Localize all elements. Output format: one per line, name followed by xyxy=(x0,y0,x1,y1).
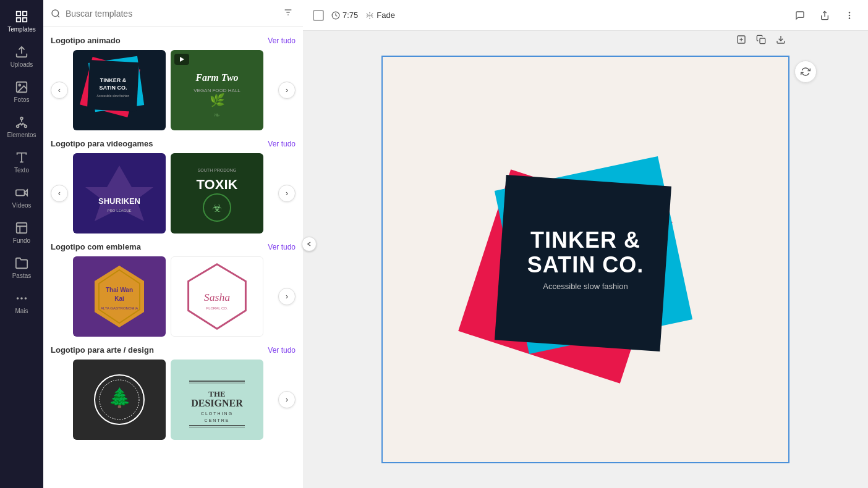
sidebar-item-pastas[interactable]: Pastas xyxy=(3,251,40,284)
sidebar-elementos-label: Elementos xyxy=(7,132,36,138)
next-arrow-animado[interactable]: › xyxy=(278,82,296,99)
template-card-shuriken[interactable]: SHURIKEN PRO LEAGUE xyxy=(73,153,166,233)
svg-rect-2 xyxy=(17,18,20,22)
time-display: 7:75 xyxy=(331,11,358,20)
svg-text:TINKER &: TINKER & xyxy=(100,77,127,83)
pastas-icon xyxy=(15,256,28,270)
filter-icon xyxy=(283,7,293,17)
sidebar-item-fundo[interactable]: Fundo xyxy=(3,216,40,249)
sidebar-item-texto[interactable]: Texto xyxy=(3,146,40,179)
logo-brand-line1: TINKER & xyxy=(508,228,663,253)
select-checkbox[interactable] xyxy=(313,10,324,21)
collapse-panel-button[interactable] xyxy=(302,237,317,251)
logo-brand-line2: SATIN CO. xyxy=(508,253,663,277)
uploads-icon xyxy=(15,45,28,59)
section-title-artedesign: Logotipo para arte / design xyxy=(51,345,154,355)
next-arrow-videogames[interactable]: › xyxy=(278,185,296,202)
sidebar-item-uploads[interactable]: Uploads xyxy=(3,40,40,73)
template-card-toxik[interactable]: SOUTH PRODONG TOXIK ☣ xyxy=(171,153,263,233)
svg-point-6 xyxy=(19,84,20,86)
template-card-designer[interactable]: THE DESIGNER CLOTHING CENTRE xyxy=(171,360,263,440)
refresh-icon xyxy=(801,67,811,77)
mais-icon xyxy=(15,292,28,305)
templates-scroll: Logotipo animado Ver tudo ‹ TINKER & SAT… xyxy=(43,27,303,488)
canvas-refresh-button[interactable] xyxy=(794,61,817,83)
sidebar-item-fotos[interactable]: Fotos xyxy=(3,75,40,108)
svg-text:Farm Two: Farm Two xyxy=(195,72,238,83)
clock-icon xyxy=(331,11,340,20)
fotos-icon xyxy=(15,80,28,94)
next-arrow-emblema[interactable]: › xyxy=(278,288,296,305)
ver-tudo-animado[interactable]: Ver tudo xyxy=(268,36,296,45)
template-card-farmtwo[interactable]: Farm Two VEGAN FOOD HALL 🌿 ❧ xyxy=(171,50,263,130)
sidebar-fotos-label: Fotos xyxy=(14,96,29,103)
transition-icon xyxy=(365,11,374,20)
ver-tudo-artedesign[interactable]: Ver tudo xyxy=(268,346,296,355)
filter-button[interactable] xyxy=(281,5,296,22)
prev-arrow-videogames[interactable]: ‹ xyxy=(51,185,68,202)
next-arrow-artedesign[interactable]: › xyxy=(278,391,296,408)
search-icon xyxy=(51,9,61,19)
section-header-emblema: Logotipo com emblema Ver tudo xyxy=(51,233,296,256)
section-header-videogames: Logotipo para videogames Ver tudo xyxy=(51,130,296,153)
sidebar-item-videos[interactable]: Vídeos xyxy=(3,181,40,214)
fundo-icon xyxy=(15,221,28,235)
svg-text:Accessible slow fashion: Accessible slow fashion xyxy=(97,94,130,98)
transition-display[interactable]: Fade xyxy=(365,11,395,20)
template-card-tree[interactable]: 🌲 xyxy=(73,360,166,440)
canvas-toolbar: 7:75 Fade xyxy=(303,0,868,31)
logo-design: TINKER & SATIN CO. Accessible slow fashi… xyxy=(480,148,691,371)
more-options-button[interactable] xyxy=(841,7,858,24)
template-grid-emblema: Thai Wan Kai ALTA GASTRONOMIA Sasha FLOR… xyxy=(73,256,273,337)
section-title-animado: Logotipo animado xyxy=(51,36,121,45)
ver-tudo-emblema[interactable]: Ver tudo xyxy=(268,243,296,251)
svg-rect-1 xyxy=(23,12,27,15)
comment-icon xyxy=(795,11,805,20)
template-card-sasha[interactable]: Sasha FLORAL CO. xyxy=(171,256,263,337)
template-card-tinker[interactable]: TINKER & SATIN CO. Accessible slow fashi… xyxy=(73,50,166,130)
add-page-button[interactable] xyxy=(733,31,750,50)
comment-button[interactable] xyxy=(791,7,809,24)
search-input[interactable] xyxy=(66,9,276,19)
prev-arrow-animado[interactable]: ‹ xyxy=(51,82,68,99)
texto-icon xyxy=(15,151,28,164)
sidebar-templates-label: Templates xyxy=(7,26,36,33)
svg-text:❧: ❧ xyxy=(213,110,221,120)
svg-text:FLORAL CO.: FLORAL CO. xyxy=(206,306,228,310)
svg-text:SHURIKEN: SHURIKEN xyxy=(98,196,140,206)
template-card-thaiwankai[interactable]: Thai Wan Kai ALTA GASTRONOMIA xyxy=(73,256,166,337)
section-header-artedesign: Logotipo para arte / design Ver tudo xyxy=(51,337,296,360)
svg-point-64 xyxy=(849,18,849,19)
svg-text:Sasha: Sasha xyxy=(204,291,231,303)
export-button[interactable] xyxy=(772,31,789,50)
sidebar-item-elementos[interactable]: Elementos xyxy=(3,111,40,143)
elementos-icon xyxy=(15,116,28,129)
svg-text:PRO LEAGUE: PRO LEAGUE xyxy=(107,209,131,212)
svg-marker-34 xyxy=(85,166,153,221)
share-button[interactable] xyxy=(816,7,833,24)
sidebar-fundo-label: Fundo xyxy=(13,237,30,244)
template-grid-videogames: SHURIKEN PRO LEAGUE SOUTH PRODONG TOXIK … xyxy=(73,153,273,233)
shuriken-logo-svg: SHURIKEN PRO LEAGUE xyxy=(73,153,166,233)
share-icon xyxy=(820,11,830,20)
svg-text:SOUTH PRODONG: SOUTH PRODONG xyxy=(198,168,237,172)
designer-logo-svg: THE DESIGNER CLOTHING CENTRE xyxy=(171,360,263,440)
logo-tagline: Accessible slow fashion xyxy=(508,282,663,291)
copy-icon xyxy=(756,35,766,44)
svg-text:CLOTHING: CLOTHING xyxy=(201,411,233,416)
sidebar-item-mais[interactable]: Mais xyxy=(3,287,40,319)
svg-text:ALTA GASTRONOMIA: ALTA GASTRONOMIA xyxy=(101,306,138,310)
svg-text:THE: THE xyxy=(208,389,225,398)
sidebar-item-templates[interactable]: Templates xyxy=(3,5,40,38)
templates-panel: Logotipo animado Ver tudo ‹ TINKER & SAT… xyxy=(43,0,303,488)
copy-button[interactable] xyxy=(752,31,770,50)
canvas-frame[interactable]: TINKER & SATIN CO. Accessible slow fashi… xyxy=(381,56,789,463)
svg-text:🌲: 🌲 xyxy=(108,387,132,409)
ver-tudo-videogames[interactable]: Ver tudo xyxy=(268,140,296,148)
template-grid-animado: TINKER & SATIN CO. Accessible slow fashi… xyxy=(73,50,273,130)
svg-marker-29 xyxy=(180,57,184,62)
svg-text:🌿: 🌿 xyxy=(210,93,225,107)
left-sidebar: Templates Uploads Fotos Elementos Texto xyxy=(0,0,43,488)
section-title-videogames: Logotipo para videogames xyxy=(51,139,153,148)
add-page-icon xyxy=(736,35,746,44)
